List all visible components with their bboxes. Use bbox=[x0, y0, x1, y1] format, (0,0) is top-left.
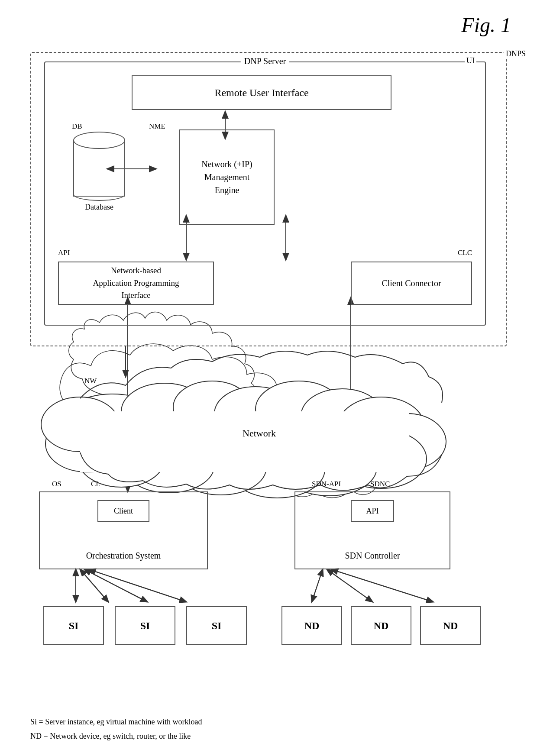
api-section-label: API bbox=[58, 249, 70, 257]
svg-line-39 bbox=[331, 569, 433, 602]
legend-line-2: ND = Network device, eg switch, router, … bbox=[30, 729, 202, 743]
svg-line-31 bbox=[80, 569, 108, 602]
svg-line-41 bbox=[327, 569, 372, 602]
nd-box-1: ND bbox=[281, 606, 342, 645]
legend-line-1: Si = Server instance, eg virtual machine… bbox=[30, 715, 202, 729]
svg-point-19 bbox=[368, 414, 446, 470]
dnps-label: DNPS bbox=[504, 49, 527, 58]
api-inner-label: API bbox=[366, 507, 378, 516]
svg-point-26 bbox=[45, 416, 128, 472]
svg-line-37 bbox=[312, 569, 323, 602]
sdn-label: SDN Controller bbox=[345, 551, 400, 561]
svg-point-12 bbox=[61, 394, 165, 455]
ui-label: UI bbox=[465, 56, 476, 65]
svg-line-32 bbox=[84, 569, 147, 602]
api-text: Network-basedApplication ProgrammingInte… bbox=[93, 265, 179, 302]
client-connector-box: Client Connector bbox=[351, 262, 472, 305]
nme-text: Network (+IP)ManagementEngine bbox=[201, 158, 252, 197]
sdnc-label: SDNC bbox=[370, 480, 390, 488]
nw-label: NW bbox=[84, 377, 97, 385]
client-inner-box: Client bbox=[97, 500, 149, 522]
svg-point-13 bbox=[121, 383, 208, 439]
svg-line-42 bbox=[331, 569, 433, 602]
svg-point-14 bbox=[173, 381, 251, 433]
dnp-server-label: DNP Server bbox=[241, 56, 289, 66]
si-box-3: SI bbox=[186, 606, 247, 645]
database-cylinder bbox=[73, 132, 125, 201]
si-box-2: SI bbox=[115, 606, 175, 645]
svg-line-40 bbox=[312, 569, 323, 602]
db-label: DB bbox=[72, 122, 82, 131]
svg-point-17 bbox=[301, 389, 383, 443]
nme-label: NME bbox=[149, 122, 165, 131]
svg-line-34 bbox=[80, 569, 108, 602]
svg-point-22 bbox=[230, 442, 325, 498]
orchestration-label: Orchestration System bbox=[86, 551, 161, 561]
svg-point-27 bbox=[41, 397, 119, 452]
orchestration-box: Client Orchestration System bbox=[39, 491, 208, 569]
dnp-server-box: DNP Server UI Remote User Interface DB N… bbox=[44, 61, 486, 326]
svg-point-18 bbox=[338, 397, 424, 456]
sdn-box: API SDN Controller bbox=[294, 491, 450, 569]
rui-label: Remote User Interface bbox=[214, 87, 308, 99]
database-box: Database bbox=[67, 132, 132, 210]
svg-point-24 bbox=[123, 438, 214, 493]
cl-label: CL bbox=[91, 480, 100, 488]
sdnapi-label: SDN-API bbox=[312, 480, 341, 488]
nme-box: Network (+IP)ManagementEngine bbox=[179, 129, 275, 225]
api-inner-box: API bbox=[351, 500, 394, 522]
figure-label: Fig. 1 bbox=[461, 13, 511, 37]
rui-box: Remote User Interface bbox=[132, 75, 391, 110]
svg-line-36 bbox=[89, 569, 186, 602]
svg-point-25 bbox=[78, 431, 165, 487]
database-label: Database bbox=[85, 203, 113, 212]
svg-line-35 bbox=[84, 569, 147, 602]
client-inner-label: Client bbox=[114, 507, 133, 516]
si-box-1: SI bbox=[43, 606, 104, 645]
svg-point-23 bbox=[175, 440, 266, 495]
svg-rect-28 bbox=[80, 411, 409, 472]
svg-line-38 bbox=[327, 569, 372, 602]
api-box: Network-basedApplication ProgrammingInte… bbox=[58, 262, 214, 305]
network-label: Network bbox=[243, 428, 276, 439]
cc-text: Client Connector bbox=[382, 278, 441, 288]
dnps-container: DNPS DNP Server UI Remote User Interface… bbox=[30, 52, 507, 346]
os-label: OS bbox=[52, 480, 61, 488]
nd-box-3: ND bbox=[420, 606, 481, 645]
clc-label: CLC bbox=[458, 249, 472, 257]
legend: Si = Server instance, eg virtual machine… bbox=[30, 715, 202, 743]
nd-box-2: ND bbox=[351, 606, 411, 645]
svg-line-33 bbox=[89, 569, 186, 602]
